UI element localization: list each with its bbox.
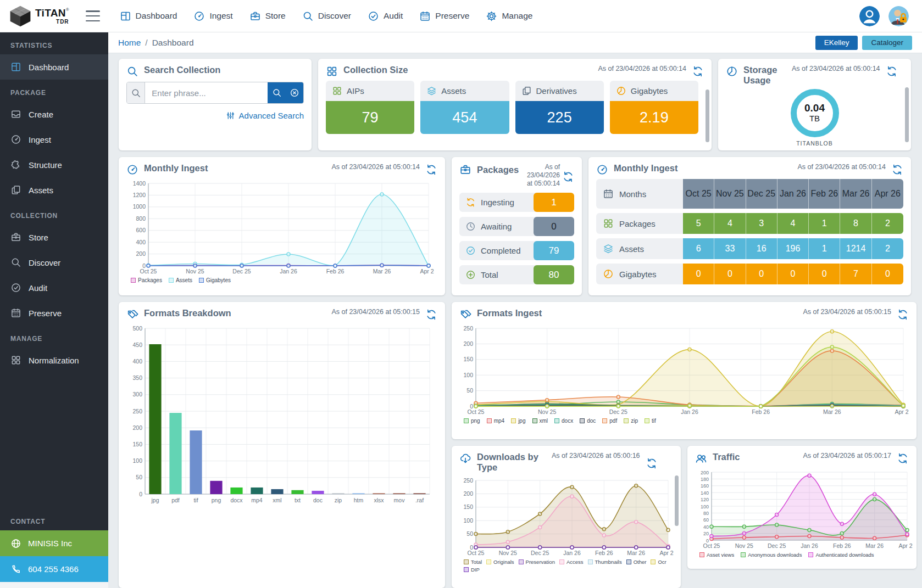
- table-column-header: Dec 25: [746, 179, 777, 209]
- nav-item-dashboard[interactable]: Dashboard: [120, 10, 177, 22]
- app-logo[interactable]: TiTAN® TDR: [9, 4, 69, 27]
- packages-row-awaiting: Awaiting0: [459, 217, 574, 236]
- table-cell: 6: [683, 238, 714, 259]
- advanced-search-link[interactable]: Advanced Search: [226, 111, 304, 120]
- user-avatar[interactable]: [859, 6, 880, 26]
- menu-toggle-button[interactable]: [86, 10, 100, 21]
- packages-row-value: 1: [534, 193, 574, 212]
- legend-label: Ocr: [658, 559, 666, 565]
- inbox-icon: [10, 109, 21, 120]
- svg-text:Oct 25: Oct 25: [468, 550, 485, 556]
- sidebar-item-company[interactable]: MINISIS Inc: [0, 530, 108, 556]
- refresh-icon: [465, 197, 476, 208]
- chart-legend: PackagesAssetsGigabytes: [126, 276, 437, 283]
- refresh-icon[interactable]: [425, 309, 437, 321]
- nav-item-label: Ingest: [209, 11, 232, 21]
- packages-row-label: Completed: [481, 246, 529, 255]
- tile-header: Assets: [420, 81, 509, 101]
- nav-item-discover[interactable]: Discover: [302, 10, 351, 22]
- formats-ingest-card: Formats Ingest As of 23/04/2026 at 05:00…: [452, 302, 917, 439]
- svg-text:Mar 26: Mar 26: [627, 550, 645, 556]
- nav-item-preserve[interactable]: Preserve: [419, 10, 469, 22]
- sidebar-item-dashboard[interactable]: Dashboard: [0, 54, 108, 80]
- sidebar-item-ingest[interactable]: Ingest: [0, 127, 108, 152]
- sidebar-item-store[interactable]: Store: [0, 225, 108, 250]
- formats-ingest-chart: 050100150200250Oct 25Nov 25Dec 25Jan 26F…: [459, 324, 909, 416]
- scrollbar[interactable]: [905, 87, 909, 142]
- cloud-download-icon: [459, 452, 471, 464]
- nav-item-audit[interactable]: Audit: [368, 10, 403, 22]
- svg-text:Mar 26: Mar 26: [373, 268, 391, 275]
- storage-value: 0.04: [804, 103, 825, 114]
- svg-text:250: 250: [132, 408, 142, 415]
- refresh-icon[interactable]: [886, 65, 898, 77]
- refresh-icon[interactable]: [562, 171, 574, 183]
- legend-swatch: [511, 418, 516, 423]
- table-cell: 2: [872, 213, 903, 234]
- svg-text:pdf: pdf: [171, 497, 180, 503]
- scrollbar[interactable]: [706, 89, 709, 142]
- table-cell: 0: [872, 264, 903, 284]
- sidebar-item-discover[interactable]: Discover: [0, 250, 108, 275]
- svg-text:Apr 26: Apr 26: [420, 268, 434, 275]
- table-cell: 2: [872, 238, 903, 259]
- sidebar-item-preserve[interactable]: Preserve: [0, 300, 108, 326]
- refresh-icon[interactable]: [897, 452, 909, 464]
- refresh-icon[interactable]: [425, 164, 437, 176]
- legend-item-thumbnails: Thumbnails: [588, 559, 622, 565]
- sidebar-item-audit[interactable]: Audit: [0, 275, 108, 300]
- refresh-icon[interactable]: [891, 164, 903, 176]
- sidebar-item-assets[interactable]: Assets: [0, 177, 108, 203]
- breadcrumb-separator: /: [145, 38, 147, 48]
- refresh-icon[interactable]: [897, 309, 909, 321]
- sidebar-item-label: Create: [29, 110, 53, 119]
- phone-icon: [10, 564, 21, 575]
- svg-text:150: 150: [463, 503, 473, 510]
- tile-value: 2.19: [610, 101, 698, 134]
- svg-text:Feb 26: Feb 26: [595, 550, 613, 556]
- as-of-timestamp: As of 23/04/2026 at 05:00:16: [552, 452, 640, 461]
- legend-item-total: Total: [464, 559, 482, 565]
- svg-text:Mar 26: Mar 26: [823, 408, 841, 415]
- svg-text:Jan 26: Jan 26: [563, 550, 581, 556]
- gauge-icon: [596, 164, 608, 176]
- sidebar-item-create[interactable]: Create: [0, 102, 108, 127]
- refresh-icon[interactable]: [646, 457, 658, 469]
- calendar-icon: [10, 307, 21, 318]
- sidebar-item-structure[interactable]: Structure: [0, 152, 108, 177]
- svg-text:htm: htm: [354, 497, 364, 503]
- nav-item-store[interactable]: Store: [249, 10, 286, 22]
- refresh-icon[interactable]: [692, 65, 704, 77]
- search-submit-button[interactable]: [268, 82, 303, 103]
- sidebar-item-phone[interactable]: 604 255 4366: [0, 556, 108, 582]
- username-badge[interactable]: EKelley: [815, 36, 858, 50]
- svg-text:1000: 1000: [133, 203, 146, 210]
- nav-item-ingest[interactable]: Ingest: [193, 10, 232, 22]
- tile-header: Derivatives: [515, 81, 604, 101]
- legend-item-png: png: [464, 418, 480, 424]
- layers-icon: [426, 86, 437, 96]
- legend-item-xml: xml: [532, 418, 548, 424]
- legend-swatch: [131, 278, 136, 283]
- svg-text:xml: xml: [273, 497, 281, 503]
- nav-item-manage[interactable]: Manage: [486, 10, 532, 22]
- legend-swatch: [199, 278, 204, 283]
- grid-icon: [332, 86, 342, 96]
- collection-tile-aips: AIPs79: [326, 81, 414, 134]
- table-cell: 1: [809, 213, 840, 234]
- legend-item-zip: zip: [624, 418, 638, 424]
- role-badge[interactable]: Cataloger: [862, 36, 912, 50]
- scrollbar[interactable]: [675, 475, 679, 526]
- table-cell: 0: [777, 264, 809, 284]
- legend-label: Total: [471, 559, 482, 565]
- layers-icon: [603, 243, 614, 254]
- locked-profile-avatar[interactable]: [888, 6, 909, 26]
- storage-unit: TB: [809, 114, 820, 123]
- search-input[interactable]: [145, 82, 268, 103]
- search-collection-card: Search Collection Advanced Searc: [119, 59, 312, 150]
- svg-text:jpg: jpg: [151, 497, 159, 503]
- breadcrumb-home-link[interactable]: Home: [118, 38, 141, 48]
- table-cell: 8: [840, 213, 871, 234]
- sidebar-item-normalization[interactable]: Normalization: [0, 348, 108, 373]
- svg-text:Oct 25: Oct 25: [140, 268, 157, 275]
